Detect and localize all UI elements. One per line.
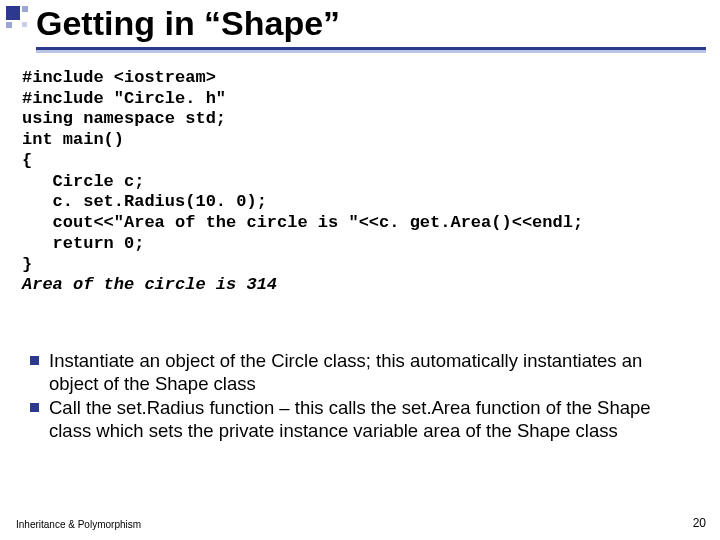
code-line: Circle c; — [22, 172, 144, 191]
bullet-list: Instantiate an object of the Circle clas… — [30, 350, 692, 444]
code-line: } — [22, 255, 32, 274]
bullet-icon — [30, 403, 39, 412]
code-line: using namespace std; — [22, 109, 226, 128]
code-output-line: Area of the circle is 314 — [22, 275, 277, 294]
bullet-text: Instantiate an object of the Circle clas… — [49, 350, 692, 395]
code-line: cout<<"Area of the circle is "<<c. get.A… — [22, 213, 583, 232]
footer-left: Inheritance & Polymorphism — [16, 519, 141, 530]
code-line: #include <iostream> — [22, 68, 216, 87]
code-line: int main() — [22, 130, 124, 149]
code-line: c. set.Radius(10. 0); — [22, 192, 267, 211]
bullet-icon — [30, 356, 39, 365]
code-line: #include "Circle. h" — [22, 89, 226, 108]
title-wrap: Getting in “Shape” — [36, 4, 706, 50]
code-line: { — [22, 151, 32, 170]
list-item: Call the set.Radius function – this call… — [30, 397, 692, 442]
page-number: 20 — [693, 516, 706, 530]
code-line: return 0; — [22, 234, 144, 253]
code-block: #include <iostream> #include "Circle. h"… — [22, 68, 700, 296]
list-item: Instantiate an object of the Circle clas… — [30, 350, 692, 395]
corner-decoration — [6, 6, 28, 28]
bullet-text: Call the set.Radius function – this call… — [49, 397, 692, 442]
page-title: Getting in “Shape” — [36, 4, 706, 50]
